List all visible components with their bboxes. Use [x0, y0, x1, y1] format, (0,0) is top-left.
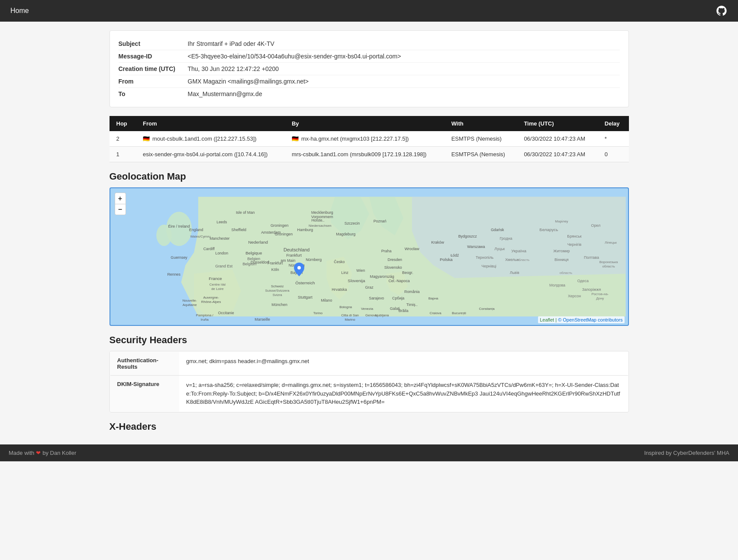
geolocation-title: Geolocation Map	[110, 171, 629, 182]
svg-text:Sarajevo: Sarajevo	[369, 296, 384, 300]
navbar-title: Home	[10, 7, 29, 15]
from-value: GMX Magazin <mailings@mailings.gmx.net>	[188, 78, 620, 85]
svg-text:Marseille: Marseille	[255, 317, 270, 322]
svg-text:Belgique: Belgique	[245, 251, 262, 255]
svg-text:Citta di San: Citta di San	[341, 313, 359, 317]
subject-label: Subject	[119, 40, 188, 47]
svg-text:Timiș..: Timiș..	[406, 303, 417, 307]
svg-text:Запоріжжя: Запоріжжя	[582, 287, 601, 292]
svg-text:Vorpommern: Vorpommern	[311, 215, 333, 219]
creation-time-label: Creation time (UTC)	[119, 65, 188, 72]
svg-text:Stuttgart: Stuttgart	[298, 295, 313, 299]
svg-text:de Loire: de Loire	[211, 287, 224, 291]
svg-text:România: România	[404, 290, 419, 294]
svg-text:Centre-Val: Centre-Val	[209, 283, 225, 286]
svg-text:Ліпецьк: Ліпецьк	[605, 241, 617, 245]
col-by: By	[285, 116, 445, 131]
from-label: From	[119, 78, 188, 85]
svg-text:Полтава: Полтава	[584, 255, 599, 260]
col-delay: Delay	[598, 116, 629, 131]
footer: Made with ❤ by Dan Koller Inspired by Cy…	[0, 444, 738, 461]
from-row: From GMX Magazin <mailings@mailings.gmx.…	[119, 75, 620, 88]
security-label: Authentication-Results	[110, 352, 179, 376]
hop-by: mrs-csbulk.1and1.com (mrsbulk009 [172.19…	[285, 147, 445, 162]
hop-time: 06/30/2022 10:47:23 AM	[517, 147, 597, 162]
svg-text:Wales/Cymru: Wales/Cymru	[190, 235, 210, 238]
message-id-label: Message-ID	[119, 53, 188, 60]
security-headers-section: Security Headers Authentication-Results …	[110, 335, 629, 412]
svg-text:Kraków: Kraków	[431, 240, 444, 245]
hop-from: esix-sender-gmx-bs04.ui-portal.com ([10.…	[136, 147, 285, 162]
svg-text:Rhône-Alpes: Rhône-Alpes	[201, 300, 221, 304]
svg-text:Düsseldorf: Düsseldorf	[250, 260, 269, 264]
svg-text:Ljubljana: Ljubljana	[375, 313, 389, 317]
svg-text:București: București	[451, 311, 466, 315]
email-header-card: Subject Ihr Stromtarif + iPad oder 4K-TV…	[110, 30, 629, 107]
zoom-out-button[interactable]: −	[115, 204, 126, 215]
svg-text:Niedersachsen: Niedersachsen	[309, 224, 332, 228]
to-value: Max_Mustermann@gmx.de	[188, 90, 620, 97]
svg-text:Schweiz: Schweiz	[271, 284, 283, 288]
svg-text:Воронезька: Воронезька	[599, 260, 618, 264]
svg-text:Гродна: Гродна	[500, 236, 512, 241]
svg-text:Вінниця: Вінниця	[554, 257, 569, 262]
svg-text:Aquitaine: Aquitaine	[182, 303, 197, 307]
map-svg: Éire / Ireland England Wales/Cymru Neder…	[110, 188, 628, 325]
leaflet-link[interactable]: Leaflet	[540, 317, 554, 322]
footer-author: by Dan Koller	[42, 450, 76, 456]
svg-text:München: München	[271, 303, 287, 307]
svg-text:область: область	[602, 264, 615, 268]
svg-text:Constanța: Constanța	[479, 307, 495, 311]
svg-text:Орел: Орел	[591, 223, 600, 228]
svg-text:Nederland: Nederland	[248, 240, 268, 245]
svg-text:Slovensko: Slovensko	[384, 265, 402, 270]
table-row: Authentication-Results gmx.net; dkim=pas…	[110, 352, 628, 376]
svg-text:Хмельн.: Хмельн.	[505, 257, 519, 262]
to-label: To	[119, 90, 188, 97]
svg-text:Polska: Polska	[439, 257, 452, 262]
svg-text:Frankfurt: Frankfurt	[286, 253, 302, 257]
svg-text:Чернігів: Чернігів	[567, 242, 581, 247]
svg-point-106	[297, 266, 301, 270]
svg-text:Дону: Дону	[596, 296, 604, 300]
svg-text:Česko: Česko	[334, 260, 345, 264]
svg-text:England: England	[189, 228, 203, 232]
svg-text:Ростов-на-: Ростов-на-	[591, 292, 609, 296]
footer-left: Made with ❤ by Dan Koller	[9, 450, 76, 456]
svg-text:Львів: Львів	[509, 270, 519, 275]
svg-text:Brăila: Brăila	[398, 309, 408, 313]
svg-text:Occitanie: Occitanie	[218, 311, 234, 315]
table-row: DKIM-Signature v=1; a=rsa-sha256; c=rela…	[110, 376, 628, 412]
creation-time-row: Creation time (UTC) Thu, 30 Jun 2022 12:…	[119, 63, 620, 75]
svg-text:Gdańsk: Gdańsk	[490, 228, 504, 232]
main-content: Subject Ihr Stromtarif + iPad oder 4K-TV…	[101, 30, 638, 436]
hop-from: 🇩🇪mout-csbulk.1and1.com ([212.227.15.53]…	[136, 131, 285, 147]
map-attribution: Leaflet | © OpenStreetMap contributors	[538, 316, 624, 323]
heart-icon: ❤	[36, 450, 41, 456]
zoom-in-button[interactable]: +	[115, 193, 126, 204]
github-icon[interactable]	[715, 5, 728, 17]
svg-text:Україна: Україна	[511, 248, 526, 253]
osm-link[interactable]: © OpenStreetMap contributors	[558, 317, 622, 322]
svg-text:Praha: Praha	[381, 249, 391, 253]
svg-text:Beogr.: Beogr.	[402, 270, 413, 275]
svg-text:Житомир: Житомир	[553, 249, 570, 253]
svg-text:am Main: am Main	[280, 258, 295, 263]
hop-delay: 0	[598, 147, 629, 162]
security-table-body: Authentication-Results gmx.net; dkim=pas…	[110, 352, 628, 412]
svg-text:Hamburg: Hamburg	[297, 228, 313, 232]
svg-text:Bologna: Bologna	[339, 305, 352, 309]
svg-text:Тернопіль: Тернопіль	[476, 255, 494, 260]
svg-text:Iruña: Iruña	[200, 318, 209, 322]
svg-text:Nouvelle-: Nouvelle-	[182, 299, 197, 303]
svg-text:Херсон: Херсон	[567, 294, 580, 298]
hop-table-header: Hop From By With Time (UTC) Delay	[110, 116, 629, 131]
col-with: With	[445, 116, 517, 131]
svg-text:Svizra: Svizra	[272, 293, 282, 297]
map-zoom-controls: + −	[115, 193, 126, 215]
subject-row: Subject Ihr Stromtarif + iPad oder 4K-TV	[119, 38, 620, 50]
message-id-row: Message-ID <E5-3hqyee3o-elaine/10/534-00…	[119, 50, 620, 63]
security-headers-title: Security Headers	[110, 335, 629, 346]
svg-text:область: область	[559, 271, 572, 275]
navbar: Home	[0, 0, 738, 22]
